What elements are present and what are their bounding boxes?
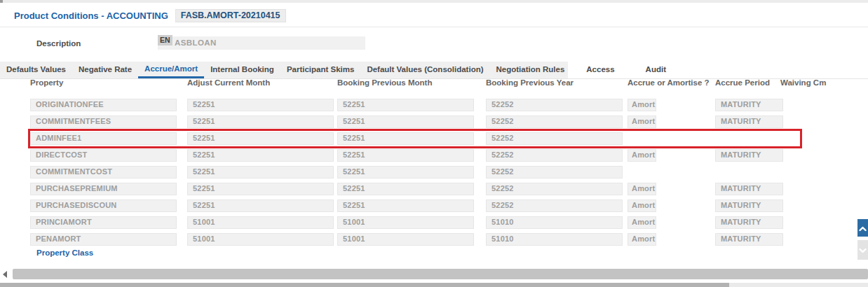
cell-accrue-or-amortise[interactable]: Amort — [628, 115, 656, 128]
cell-accrue-or-amortise[interactable]: Amort — [628, 216, 656, 229]
scroll-up-button[interactable] — [857, 219, 868, 237]
cell-property[interactable]: ADMINFEE1 — [30, 132, 177, 145]
table-row: ORIGINATIONFEE522515225152252AmortMATURI… — [0, 97, 868, 114]
description-field[interactable]: EN ASBLOAN — [158, 36, 365, 50]
cell-adjust-current-month[interactable]: 51001 — [187, 216, 334, 229]
column-header-booking-previous-month: Booking Previous Month — [337, 78, 468, 87]
column-header-adjust-current-month: Adjust Current Month — [187, 78, 327, 87]
horizontal-scrollbar-thumb[interactable] — [13, 269, 868, 279]
column-header-waiving-cm: Waiving Cm — [780, 78, 826, 87]
page-scrollbar — [0, 283, 868, 287]
cell-property[interactable]: PENAMORT — [30, 233, 177, 246]
column-header-accrue-period: Accrue Period — [715, 78, 777, 87]
chevron-up-icon — [859, 222, 867, 234]
cell-accrue-period[interactable]: MATURITY — [715, 183, 783, 195]
table-row: DIRECTCOST522515225152252AmortMATURITY — [0, 148, 868, 164]
cell-booking-previous-year[interactable]: 51010 — [486, 216, 623, 229]
table-row: PURCHASEDISCOUN522515225152252AmortMATUR… — [0, 198, 868, 215]
tab-bar: Defaults ValuesNegative RateAccrue/Amort… — [0, 62, 568, 78]
tab-default-values-consolidation[interactable]: Default Values (Consolidation) — [360, 62, 489, 78]
cell-adjust-current-month[interactable]: 52251 — [187, 149, 334, 162]
property-class-link[interactable]: Property Class — [36, 248, 93, 257]
record-id-badge: FASB.AMORT-20210415 — [175, 9, 286, 22]
cell-property[interactable]: DIRECTCOST — [30, 149, 177, 162]
cell-booking-previous-month[interactable]: 52251 — [337, 99, 474, 111]
cell-adjust-current-month[interactable]: 52251 — [187, 183, 334, 195]
tab-audit[interactable]: Audit — [630, 62, 681, 78]
table-row: ADMINFEE1522515225152252 — [0, 131, 868, 148]
conditions-table: PropertyAdjust Current MonthBooking Prev… — [0, 78, 868, 260]
cell-property[interactable]: PURCHASEPREMIUM — [30, 183, 177, 195]
page-scrollbar-thumb[interactable] — [0, 283, 729, 287]
table-row: PENAMORT510015100151010AmortMATURITY — [0, 232, 868, 248]
page-title: Product Conditions - ACCOUNTING — [14, 10, 168, 21]
cell-booking-previous-year[interactable]: 52252 — [486, 183, 623, 195]
cell-accrue-or-amortise[interactable]: Amort — [628, 99, 656, 111]
top-strip-tick — [0, 0, 3, 3]
description-row: Description EN ASBLOAN — [0, 35, 868, 52]
table-rows: ORIGINATIONFEE522515225152252AmortMATURI… — [0, 97, 868, 248]
chevron-down-icon — [859, 244, 867, 256]
description-value: ASBLOAN — [175, 38, 217, 47]
cell-property[interactable]: COMMITMENTCOST — [30, 166, 177, 178]
cell-accrue-period[interactable]: MATURITY — [715, 149, 783, 162]
cell-property[interactable]: PRINCIAMORT — [30, 216, 177, 229]
cell-accrue-or-amortise[interactable]: Amort — [628, 200, 656, 212]
cell-adjust-current-month[interactable]: 52251 — [187, 166, 334, 178]
tab-negative-rate[interactable]: Negative Rate — [72, 62, 138, 78]
cell-accrue-or-amortise[interactable]: Amort — [628, 233, 656, 246]
cell-accrue-period[interactable]: MATURITY — [715, 216, 783, 229]
cell-adjust-current-month[interactable]: 52251 — [187, 200, 334, 212]
column-header-property: Property — [30, 78, 170, 87]
cell-booking-previous-year[interactable]: 52252 — [486, 115, 623, 128]
tab-negotiation-rules[interactable]: Negotiation Rules — [490, 62, 571, 78]
horizontal-scrollbar — [0, 269, 868, 279]
column-header-booking-previous-year: Booking Previous Year — [486, 78, 616, 87]
cell-accrue-period[interactable]: MATURITY — [715, 233, 783, 246]
table-row: COMMITMENTCOST522515225152252 — [0, 164, 868, 181]
language-badge: EN — [158, 35, 172, 46]
top-strip — [0, 0, 868, 3]
cell-booking-previous-year[interactable]: 52252 — [486, 200, 623, 212]
cell-booking-previous-year[interactable]: 52252 — [486, 99, 623, 111]
page-header: Product Conditions - ACCOUNTING FASB.AMO… — [14, 8, 286, 22]
cell-booking-previous-year[interactable]: 52252 — [486, 166, 623, 178]
cell-booking-previous-month[interactable]: 51001 — [337, 233, 474, 246]
cell-booking-previous-year[interactable]: 52252 — [486, 149, 623, 162]
description-label: Description — [36, 39, 81, 48]
cell-booking-previous-year[interactable]: 52252 — [486, 132, 623, 145]
tab-defaults-values[interactable]: Defaults Values — [0, 62, 72, 78]
cell-adjust-current-month[interactable]: 51001 — [187, 233, 334, 246]
column-header-accrue-or-amortise: Accrue or Amortise ? — [628, 78, 651, 87]
tab-access[interactable]: Access — [571, 62, 630, 78]
cell-booking-previous-month[interactable]: 52251 — [337, 149, 474, 162]
table-row: COMMITMENTFEES522515225152252AmortMATURI… — [0, 114, 868, 131]
cell-booking-previous-month[interactable]: 51001 — [337, 216, 474, 229]
cell-adjust-current-month[interactable]: 52251 — [187, 99, 334, 111]
table-row: PURCHASEPREMIUM522515225152252AmortMATUR… — [0, 181, 868, 198]
cell-adjust-current-month[interactable]: 52251 — [187, 132, 334, 145]
cell-accrue-period[interactable]: MATURITY — [715, 115, 783, 128]
cell-accrue-or-amortise[interactable]: Amort — [628, 183, 656, 195]
cell-accrue-period[interactable]: MATURITY — [715, 200, 783, 212]
tab-participant-skims[interactable]: Participant Skims — [280, 62, 361, 78]
scroll-down-button[interactable] — [857, 240, 868, 260]
cell-booking-previous-month[interactable]: 52251 — [337, 200, 474, 212]
tab-accrue-amort[interactable]: Accrue/Amort — [138, 62, 204, 78]
cell-property[interactable]: COMMITMENTFEES — [30, 115, 177, 128]
cell-adjust-current-month[interactable]: 52251 — [187, 115, 334, 128]
cell-booking-previous-month[interactable]: 52251 — [337, 183, 474, 195]
cell-property[interactable]: ORIGINATIONFEE — [30, 99, 177, 111]
tab-bar-wrap: Defaults ValuesNegative RateAccrue/Amort… — [0, 62, 868, 79]
tab-internal-booking[interactable]: Internal Booking — [204, 62, 280, 78]
cell-booking-previous-month[interactable]: 52251 — [337, 115, 474, 128]
scroll-left-icon[interactable] — [3, 271, 7, 278]
cell-booking-previous-year[interactable]: 51010 — [486, 233, 623, 246]
cell-accrue-or-amortise[interactable]: Amort — [628, 149, 656, 162]
header-divider — [0, 27, 868, 27]
table-row: PRINCIAMORT510015100151010AmortMATURITY — [0, 215, 868, 232]
cell-booking-previous-month[interactable]: 52251 — [337, 166, 474, 178]
cell-property[interactable]: PURCHASEDISCOUN — [30, 200, 177, 212]
cell-accrue-period[interactable]: MATURITY — [715, 99, 783, 111]
cell-booking-previous-month[interactable]: 52251 — [337, 132, 474, 145]
